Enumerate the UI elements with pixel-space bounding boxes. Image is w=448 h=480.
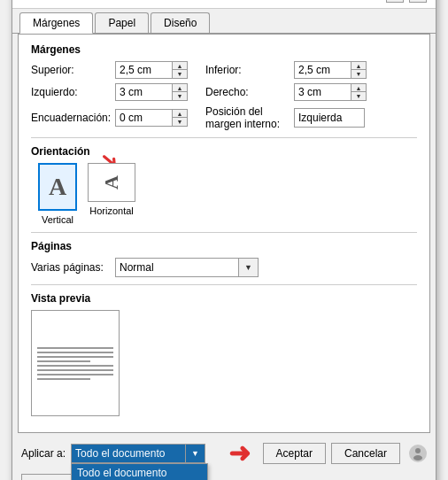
bottom-bar: Aplicar a: Todo el documento ▼ Todo el d… [12, 437, 436, 474]
preview-box [31, 310, 120, 416]
aplicar-select-wrapper: Todo el documento ▼ Todo el documento Te… [71, 444, 205, 463]
preview-line-3 [37, 356, 113, 358]
encuadernacion-label: Encuadernación: [31, 112, 115, 124]
derecho-spin-btns: ▲ ▼ [351, 83, 367, 101]
divider-1 [31, 137, 417, 138]
superior-field[interactable] [115, 61, 173, 79]
izquierdo-row: Izquierdo: ▲ ▼ Derecho: ▲ ▼ [31, 83, 417, 101]
tab-papel[interactable]: Papel [95, 12, 149, 33]
derecho-up-btn[interactable]: ▲ [351, 84, 366, 92]
preview-line-6 [37, 369, 113, 371]
varias-row: Varias páginas: Normal Varias páginas Li… [31, 258, 417, 277]
margenes-section-title: Márgenes [31, 43, 417, 56]
aplicar-option-todo[interactable]: Todo el documento [72, 464, 207, 480]
inferior-down-btn[interactable]: ▼ [351, 70, 366, 78]
preview-line-7 [37, 374, 113, 375]
varias-select-wrapper: Normal Varias páginas Libro 2 páginas po… [115, 258, 259, 277]
posicion-select[interactable]: Izquierda [294, 108, 365, 128]
person-icon [411, 446, 425, 461]
inferior-input[interactable]: ▲ ▼ [294, 61, 367, 79]
derecho-input[interactable]: ▲ ▼ [294, 83, 367, 101]
orientacion-title: Orientación [31, 145, 417, 158]
horizontal-button[interactable]: A Horizontal [88, 163, 135, 216]
derecho-down-btn[interactable]: ▼ [351, 92, 366, 100]
corner-decoration [409, 445, 427, 462]
izquierdo-label: Izquierdo: [31, 86, 115, 98]
aplicar-dropdown: Todo el documento Texto seleccionado [71, 463, 208, 480]
preview-line-4 [37, 360, 90, 362]
encuadernacion-up-btn[interactable]: ▲ [173, 110, 187, 118]
help-button[interactable]: ? [386, 0, 404, 3]
cancelar-button[interactable]: Cancelar [331, 443, 400, 464]
title-bar-controls: ? × [386, 0, 427, 3]
encuadernacion-row: Encuadernación: ▲ ▼ Posición del margen … [31, 105, 417, 130]
vertical-button[interactable]: A Vertical [38, 163, 77, 225]
superior-down-btn[interactable]: ▼ [173, 70, 187, 78]
aplicar-label: Aplicar a: [21, 447, 66, 460]
inferior-up-btn[interactable]: ▲ [351, 62, 366, 70]
divider-2 [31, 232, 417, 233]
vertical-label: Vertical [42, 214, 73, 225]
horizontal-a-letter: A [100, 175, 123, 190]
horizontal-label: Horizontal [89, 205, 134, 216]
izquierdo-down-btn[interactable]: ▼ [173, 92, 187, 100]
encuadernacion-down-btn[interactable]: ▼ [173, 118, 187, 126]
preview-title: Vista previa [31, 292, 417, 305]
svg-point-0 [415, 448, 421, 453]
encuadernacion-input[interactable]: ▲ ▼ [115, 109, 188, 127]
varias-label: Varias páginas: [31, 261, 115, 274]
svg-point-1 [413, 455, 422, 461]
divider-3 [31, 284, 417, 285]
varias-select-arrow[interactable]: ▼ [239, 258, 259, 277]
izquierdo-up-btn[interactable]: ▲ [173, 84, 187, 92]
vertical-a-letter: A [49, 173, 66, 201]
red-arrow-bottom: ➜ [228, 440, 251, 467]
vertical-icon: A [38, 163, 77, 211]
orientacion-section: Orientación ➜ A Vertical A Horizontal [31, 145, 417, 225]
title-bar: Configurar página ? × [12, 0, 436, 9]
derecho-label: Derecho: [205, 86, 294, 98]
preview-lines [37, 347, 113, 380]
superior-spin-btns: ▲ ▼ [173, 61, 188, 79]
superior-label: Superior: [31, 64, 115, 76]
encuadernacion-field[interactable] [115, 109, 173, 127]
paginas-title: Páginas [31, 240, 417, 252]
superior-input[interactable]: ▲ ▼ [115, 61, 188, 79]
superior-row: Superior: ▲ ▼ Inferior: ▲ ▼ [31, 61, 417, 79]
horizontal-icon: A [88, 163, 135, 202]
tab-margenes[interactable]: Márgenes [19, 12, 93, 34]
posicion-label: Posición del margen interno: [205, 105, 294, 130]
superior-up-btn[interactable]: ▲ [173, 62, 187, 70]
derecho-field[interactable] [294, 83, 351, 101]
inferior-field[interactable] [294, 61, 351, 79]
close-button[interactable]: × [409, 0, 427, 3]
configure-page-dialog: Configurar página ? × Márgenes Papel Dis… [12, 0, 436, 480]
inferior-label: Inferior: [205, 64, 294, 76]
inferior-spin-btns: ▲ ▼ [351, 61, 367, 79]
tabs-bar: Márgenes Papel Diseño [12, 9, 436, 34]
aplicar-select-arrow[interactable]: ▼ [186, 444, 205, 463]
izquierdo-field[interactable] [115, 83, 173, 101]
aplicar-select-display[interactable]: Todo el documento [71, 444, 186, 463]
content-area: Márgenes Superior: ▲ ▼ Inferior: ▲ ▼ Izq… [18, 34, 430, 433]
paginas-section: Páginas Varias páginas: Normal Varias pá… [31, 240, 417, 277]
preview-section: Vista previa [31, 292, 417, 416]
preview-line-8 [37, 378, 90, 380]
izquierdo-spin-btns: ▲ ▼ [173, 83, 188, 101]
varias-select[interactable]: Normal Varias páginas Libro 2 páginas po… [115, 258, 239, 277]
posicion-select-wrapper: Izquierda [294, 108, 365, 128]
orientation-buttons: ➜ A Vertical A Horizontal [38, 163, 417, 225]
encuadernacion-spin-btns: ▲ ▼ [173, 109, 188, 127]
tab-diseno[interactable]: Diseño [151, 12, 210, 33]
preview-line-1 [37, 347, 113, 349]
aceptar-button[interactable]: Aceptar [263, 443, 326, 464]
preview-line-5 [37, 365, 113, 367]
izquierdo-input[interactable]: ▲ ▼ [115, 83, 188, 101]
preview-line-2 [37, 352, 113, 353]
